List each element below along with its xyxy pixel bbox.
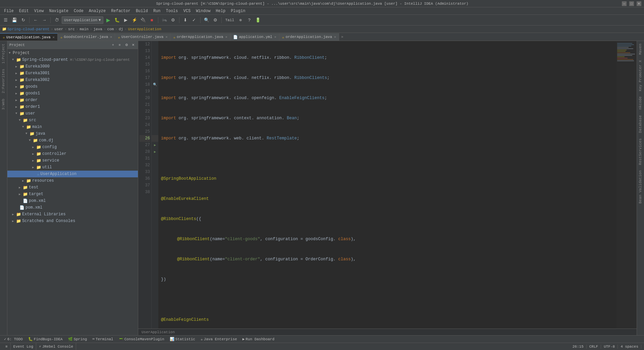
- tree-eureka3000[interactable]: ▶ 📁 Eureka3000: [7, 63, 138, 70]
- project-add-button[interactable]: +: [110, 42, 116, 48]
- breadcrumb-src[interactable]: src: [68, 27, 75, 31]
- run-config-dropdown[interactable]: UserApplication ▼: [62, 16, 103, 24]
- code-editor[interactable]: import org. springframework. cloud. netf…: [158, 41, 633, 329]
- status-jrebel[interactable]: ⚡ JRebel Console: [36, 343, 76, 350]
- project-settings-button[interactable]: ⚙: [124, 42, 129, 48]
- tab-goods-controller[interactable]: ☕ GoodsController.java ✕: [58, 33, 115, 41]
- ant-button[interactable]: 🐜: [161, 16, 168, 24]
- tree-java[interactable]: ▼ 📁 java: [7, 130, 138, 137]
- tab-close-order-app[interactable]: ✕: [225, 35, 227, 39]
- toolbar-back-button[interactable]: ←: [32, 16, 39, 24]
- bottom-tab-todo[interactable]: ✓ 6: TODO: [1, 336, 25, 343]
- tree-order1[interactable]: ▶ 📁 order1: [7, 103, 138, 110]
- tree-pom-root[interactable]: 📄 pom.xml: [7, 204, 138, 211]
- menu-help[interactable]: Help: [213, 8, 228, 14]
- tab-application-yml[interactable]: 📄 application.yml ✕: [230, 33, 279, 41]
- tab-close-user-application[interactable]: ✕: [53, 35, 55, 39]
- debug-button[interactable]: 🐛: [113, 16, 121, 24]
- bottom-tab-statistic[interactable]: 📊 Statistic: [167, 336, 198, 343]
- menu-navigate[interactable]: Navigate: [46, 8, 71, 14]
- status-charset[interactable]: UTF-8: [601, 345, 618, 349]
- tab-order-application[interactable]: ☕ orderApplication.java ✕: [170, 33, 230, 41]
- tab-user-application[interactable]: ☕ UserApplication.java ✕: [0, 33, 58, 41]
- tab-user-controller[interactable]: ☕ UserController.java ✕: [115, 33, 170, 41]
- help-button[interactable]: ?: [246, 16, 253, 24]
- menu-plugin[interactable]: Plugin: [228, 8, 248, 14]
- tree-spring-cloud-parent[interactable]: ▼ 📁 Spring-cloud-parent H:\CSDN\Spring-c…: [7, 56, 138, 63]
- bottom-tab-console-maven[interactable]: 📟 ConsoleMavenPlugin: [116, 336, 167, 343]
- bottom-tab-spring[interactable]: 🌿 Spring: [65, 336, 90, 343]
- breadcrumb-com[interactable]: com: [107, 27, 114, 31]
- commit-button[interactable]: ✓: [191, 16, 198, 24]
- tree-eureka3001[interactable]: ▶ 📁 Eureka3001: [7, 70, 138, 77]
- menu-code[interactable]: Code: [71, 8, 86, 14]
- menu-file[interactable]: File: [1, 8, 16, 14]
- tree-goods[interactable]: ▶ 📁 goods: [7, 83, 138, 90]
- status-encoding[interactable]: CRLF: [587, 345, 601, 349]
- status-indent[interactable]: 4 spaces: [618, 345, 641, 349]
- run-with-coverage[interactable]: ▶: [122, 16, 129, 24]
- menu-refactor[interactable]: Refactor: [108, 8, 133, 14]
- tab-order-application-2[interactable]: ☕ orderApplication.java ✕: [279, 33, 339, 41]
- left-tab-web[interactable]: 3:Web: [0, 96, 7, 113]
- tree-scratches[interactable]: ▶ 📁 Scratches and Consoles: [7, 218, 138, 224]
- tabs-overflow-button[interactable]: »: [339, 33, 345, 41]
- tree-user[interactable]: ▼ 📁 user: [7, 110, 138, 117]
- attach-debugger[interactable]: 🔌: [140, 16, 147, 24]
- breadcrumb-file[interactable]: UserApplication: [128, 27, 161, 31]
- menu-build[interactable]: Build: [133, 8, 151, 14]
- tree-project-dropdown[interactable]: ▼ Project: [7, 50, 138, 56]
- toolbar-sync-button[interactable]: ↻: [19, 16, 27, 24]
- tab-close-yaml[interactable]: ✕: [274, 35, 276, 39]
- vcs-update[interactable]: ⬇: [182, 16, 189, 24]
- bottom-tab-run-dashboard[interactable]: ▶ Run Dashboard: [240, 336, 277, 343]
- bottom-tab-java-enterprise[interactable]: ☕ Java Enterprise: [198, 336, 240, 343]
- tree-com-dj[interactable]: ▼ 📁 com.dj: [7, 137, 138, 144]
- bottom-tab-terminal[interactable]: ⌨ Terminal: [90, 336, 116, 343]
- toolbar-recent-button[interactable]: ⏱: [53, 16, 60, 24]
- minimize-button[interactable]: ─: [622, 1, 627, 6]
- tab-close-order2[interactable]: ✕: [334, 35, 336, 39]
- tree-service[interactable]: ▶ 📁 service: [7, 157, 138, 164]
- left-tab-project[interactable]: 1:Project: [0, 41, 7, 66]
- status-event-log[interactable]: Event Log: [11, 343, 36, 350]
- editor-scrollbar[interactable]: [633, 41, 637, 329]
- tree-src[interactable]: ▼ 📁 src: [7, 117, 138, 124]
- menu-analyze[interactable]: Analyze: [86, 8, 108, 14]
- tree-pom-user[interactable]: 📄 pom.xml: [7, 198, 138, 204]
- tree-target[interactable]: ▶ 📁 target: [7, 191, 138, 198]
- tree-test[interactable]: ▶ 📁 test: [7, 184, 138, 191]
- tree-external-libraries[interactable]: ▶ 📁 External Libraries: [7, 211, 138, 218]
- menu-run[interactable]: Run: [151, 8, 163, 14]
- tree-eureka3002[interactable]: ▶ 📁 Eureka3002: [7, 77, 138, 83]
- tab-close-user-ctrl[interactable]: ✕: [165, 35, 167, 39]
- tab-close-goods[interactable]: ✕: [110, 35, 112, 39]
- breadcrumb-root[interactable]: Spring-cloud-parent: [7, 27, 49, 31]
- run-button[interactable]: ▶: [105, 16, 112, 24]
- search-everywhere[interactable]: 🔍: [203, 16, 210, 24]
- tree-config[interactable]: ▶ 📁 config: [7, 144, 138, 150]
- toolbar-menu-button[interactable]: ☰: [2, 16, 9, 24]
- right-tab-rest-services[interactable]: RestServices: [637, 136, 644, 168]
- right-tab-key-promoter[interactable]: Key Promoter X: [637, 57, 644, 94]
- build-artifacts[interactable]: ⚙: [169, 16, 177, 24]
- menu-view[interactable]: View: [32, 8, 47, 14]
- settings-button[interactable]: ⚙: [212, 16, 219, 24]
- toolbar-forward-button[interactable]: →: [41, 16, 48, 24]
- right-tab-bean-validation[interactable]: Bean Validation: [637, 168, 644, 206]
- right-tab-nkcode[interactable]: nkcode: [637, 94, 644, 113]
- breadcrumb-user[interactable]: user: [54, 27, 63, 31]
- right-tab-database[interactable]: Database: [637, 113, 644, 136]
- project-close-button[interactable]: ✕: [130, 42, 136, 48]
- stop-button[interactable]: ■: [148, 16, 156, 24]
- breadcrumb-dj[interactable]: dj: [119, 27, 123, 31]
- tree-resources[interactable]: ▶ 📁 resources: [7, 177, 138, 184]
- window-controls[interactable]: ─ □ ✕: [622, 1, 641, 6]
- right-tab-maven[interactable]: Maven: [637, 41, 644, 57]
- tree-controller[interactable]: ▶ 📁 controller: [7, 150, 138, 157]
- breadcrumb-main[interactable]: main: [79, 27, 88, 31]
- tree-order[interactable]: ▶ 📁 order: [7, 97, 138, 103]
- menu-tools[interactable]: Tools: [163, 8, 181, 14]
- breadcrumb-java[interactable]: java: [93, 27, 102, 31]
- editor-content[interactable]: 12 13 14 15 16 17 18 19 20 21 22 23 24 2…: [138, 41, 637, 329]
